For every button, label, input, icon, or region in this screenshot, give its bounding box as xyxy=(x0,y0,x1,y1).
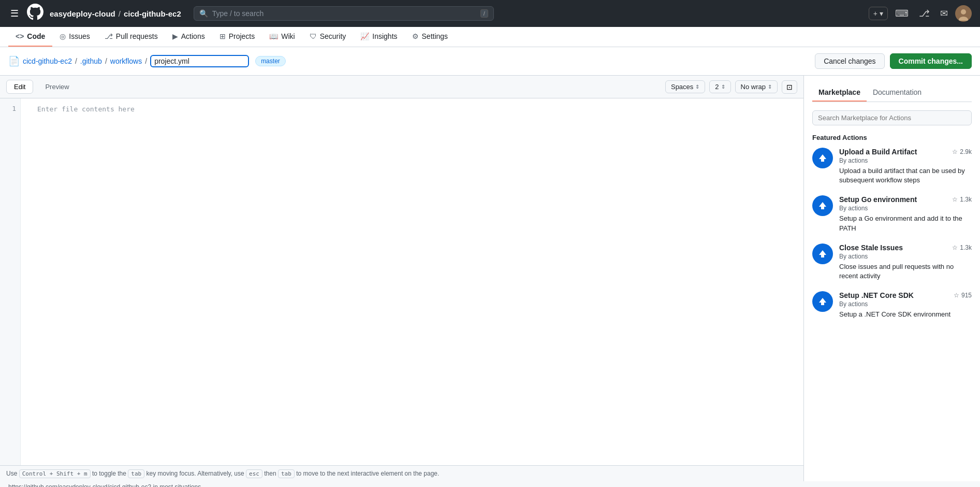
svg-point-1 xyxy=(961,9,966,15)
global-search[interactable]: 🔍 Type / to search / xyxy=(194,6,494,21)
preview-tab-button[interactable]: Preview xyxy=(37,80,77,94)
nav-item-code[interactable]: <> Code xyxy=(8,27,52,47)
action-star-setup-dotnet: ☆ 915 xyxy=(954,292,972,299)
nav-label-security: Security xyxy=(320,32,346,40)
nav-item-insights[interactable]: 📈 Insights xyxy=(353,27,404,47)
footer-tab2-key: tab xyxy=(278,469,295,478)
nav-item-pull-requests[interactable]: ⎇ Pull requests xyxy=(97,27,165,47)
path-sep-3: / xyxy=(145,57,147,65)
repo-link[interactable]: cicd-github-ec2 xyxy=(124,9,181,18)
editor-placeholder: Enter file contents here xyxy=(29,99,143,119)
nav-label-settings: Settings xyxy=(422,32,448,40)
issues-icon: ◎ xyxy=(60,32,66,40)
action-name-setup-go[interactable]: Setup Go environment xyxy=(839,195,917,204)
nav-item-wiki[interactable]: 📖 Wiki xyxy=(262,27,302,47)
footer-toggle-label: to toggle the xyxy=(92,470,128,477)
action-header-setup-go: Setup Go environment ☆ 1.3k xyxy=(839,195,972,204)
nav-label-insights: Insights xyxy=(372,32,397,40)
pull-request-icon-button[interactable]: ⎇ xyxy=(916,6,933,21)
inbox-button[interactable]: ✉ xyxy=(937,6,951,21)
action-name-close-stale[interactable]: Close Stale Issues xyxy=(839,244,903,252)
top-header: ☰ easydeploy-cloud / cicd-github-ec2 🔍 T… xyxy=(0,0,980,27)
repo-path-link[interactable]: cicd-github-ec2 xyxy=(23,57,72,65)
org-link[interactable]: easydeploy-cloud xyxy=(50,9,115,18)
footer-esc-key: esc xyxy=(246,469,262,478)
nav-label-wiki: Wiki xyxy=(281,32,295,40)
svg-marker-3 xyxy=(819,154,826,162)
action-body-setup-dotnet: Setup .NET Core SDK ☆ 915 By actions Set… xyxy=(839,291,972,319)
filename-input-wrapper xyxy=(150,55,249,67)
workflows-folder-link[interactable]: workflows xyxy=(110,57,142,65)
nav-item-actions[interactable]: ▶ Actions xyxy=(165,27,212,47)
documentation-tab[interactable]: Documentation xyxy=(867,84,928,102)
projects-icon: ⊞ xyxy=(220,32,226,40)
footer-ctrl-shortcut: Control + Shift + m xyxy=(19,469,91,478)
action-header-close-stale: Close Stale Issues ☆ 1.3k xyxy=(839,244,972,252)
action-header-upload: Upload a Build Artifact ☆ 2.9k xyxy=(839,148,972,156)
path-sep-1: / xyxy=(75,57,77,65)
user-avatar[interactable] xyxy=(955,5,972,22)
edit-tab-button[interactable]: Edit xyxy=(6,80,33,94)
footer-then-label: then xyxy=(264,470,278,477)
nav-item-security[interactable]: 🛡 Security xyxy=(302,27,354,47)
editor-pane: Edit Preview Spaces ⇕ 2 ⇕ No wrap ⇕ ⊡ 1 … xyxy=(0,76,804,481)
code-icon: <> xyxy=(16,32,24,40)
action-name-setup-dotnet[interactable]: Setup .NET Core SDK xyxy=(839,291,914,299)
code-content-area[interactable]: Enter file contents here xyxy=(21,98,803,465)
svg-marker-4 xyxy=(819,202,826,209)
spaces-chevron-icon: ⇕ xyxy=(695,84,699,90)
action-by-upload: By actions xyxy=(839,157,972,164)
nav-label-projects: Projects xyxy=(229,32,255,40)
github-folder-link[interactable]: .github xyxy=(80,57,102,65)
github-logo xyxy=(27,4,43,24)
editor-footer: Use Control + Shift + m to toggle the ta… xyxy=(0,465,803,481)
action-icon-setup-go xyxy=(812,195,833,216)
url-bar: https://github.com/easydeploy-cloud/cicd… xyxy=(0,481,980,487)
nav-item-projects[interactable]: ⊞ Projects xyxy=(212,27,262,47)
action-star-setup-go: ☆ 1.3k xyxy=(952,196,972,203)
action-by-setup-dotnet: By actions xyxy=(839,300,972,308)
create-new-button[interactable]: + ▾ xyxy=(869,7,888,20)
sidebar-pane: Marketplace Documentation Featured Actio… xyxy=(804,76,980,481)
sidebar-tabs: Marketplace Documentation xyxy=(812,84,972,102)
star-count-setup-dotnet: 915 xyxy=(961,292,972,299)
featured-actions-title: Featured Actions xyxy=(812,134,972,141)
line-number-1: 1 xyxy=(4,105,16,112)
sidebar-toggle-button[interactable]: ⊡ xyxy=(782,80,797,94)
repo-navigation: <> Code ◎ Issues ⎇ Pull requests ▶ Actio… xyxy=(0,27,980,47)
action-desc-upload: Upload a build artifact that can be used… xyxy=(839,166,972,185)
security-icon: 🛡 xyxy=(310,32,317,40)
breadcrumb-sep: / xyxy=(119,9,121,18)
action-body-upload: Upload a Build Artifact ☆ 2.9k By action… xyxy=(839,148,972,185)
path-sep-2: / xyxy=(105,57,107,65)
action-star-upload: ☆ 2.9k xyxy=(952,148,972,155)
hamburger-menu-button[interactable]: ☰ xyxy=(8,6,21,21)
commit-changes-button[interactable]: Commit changes... xyxy=(890,53,972,69)
pr-icon: ⎇ xyxy=(105,32,113,40)
indent-chevron-icon: ⇕ xyxy=(721,84,725,90)
spaces-label: Spaces xyxy=(671,83,693,91)
action-item-close-stale: Close Stale Issues ☆ 1.3k By actions Clo… xyxy=(812,244,972,281)
marketplace-search-input[interactable] xyxy=(812,110,972,125)
terminal-button[interactable]: ⌨ xyxy=(892,6,912,21)
wrap-selector[interactable]: No wrap ⇕ xyxy=(735,80,778,93)
line-numbers: 1 xyxy=(0,98,21,465)
cancel-changes-button[interactable]: Cancel changes xyxy=(815,53,884,69)
nav-item-issues[interactable]: ◎ Issues xyxy=(52,27,97,47)
action-body-setup-go: Setup Go environment ☆ 1.3k By actions S… xyxy=(839,195,972,233)
marketplace-tab[interactable]: Marketplace xyxy=(812,84,867,102)
wrap-chevron-icon: ⇕ xyxy=(768,84,772,90)
search-icon: 🔍 xyxy=(199,9,208,18)
url-suffix: in most situations. xyxy=(153,483,203,487)
footer-use-label: Use xyxy=(6,470,17,477)
spaces-selector[interactable]: Spaces ⇕ xyxy=(665,80,705,93)
filename-input[interactable] xyxy=(154,57,245,65)
file-header-actions: Cancel changes Commit changes... xyxy=(815,53,972,69)
nav-item-settings[interactable]: ⚙ Settings xyxy=(405,27,456,47)
indent-label: 2 xyxy=(715,83,719,91)
svg-marker-6 xyxy=(819,298,826,305)
indent-selector[interactable]: 2 ⇕ xyxy=(709,80,730,93)
action-header-setup-dotnet: Setup .NET Core SDK ☆ 915 xyxy=(839,291,972,299)
action-name-upload[interactable]: Upload a Build Artifact xyxy=(839,148,917,156)
star-count-upload: 2.9k xyxy=(960,148,972,155)
